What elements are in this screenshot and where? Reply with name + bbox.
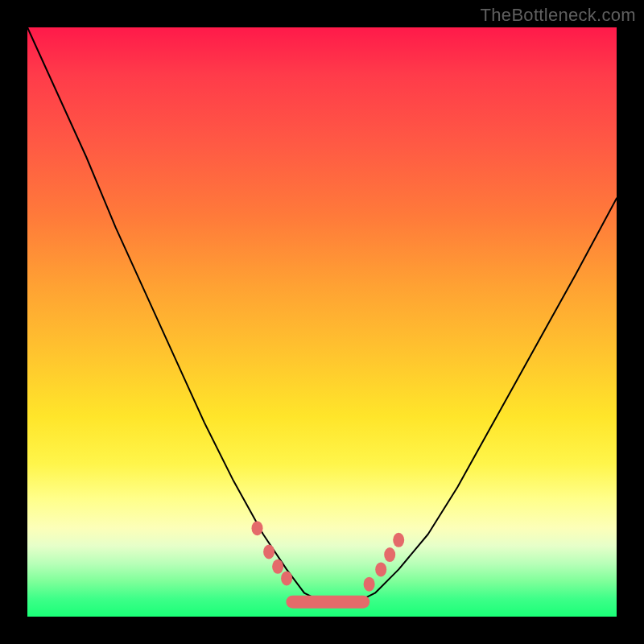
valley-marker-dot — [272, 559, 283, 574]
valley-marker-dot — [281, 571, 292, 585]
valley-marker-dot — [375, 562, 386, 576]
valley-marker-dot — [263, 545, 275, 559]
valley-marker-dot — [364, 577, 375, 592]
valley-marker-dot — [252, 521, 263, 535]
valley-marker-dot — [393, 533, 404, 547]
chart-frame: TheBottleneck.com — [0, 0, 644, 644]
plot-area — [27, 27, 617, 617]
bottleneck-curve — [27, 27, 617, 603]
valley-marker-dot — [384, 547, 395, 562]
curve-svg — [27, 27, 617, 617]
valley-markers — [252, 521, 405, 602]
watermark-text: TheBottleneck.com — [481, 5, 636, 26]
